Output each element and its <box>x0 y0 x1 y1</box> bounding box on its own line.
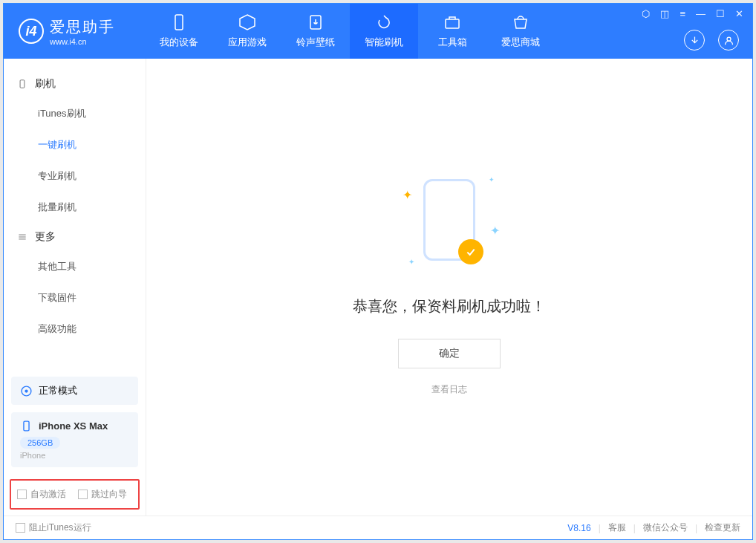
svg-point-9 <box>25 389 27 392</box>
tab-label: 工具箱 <box>438 36 467 49</box>
download-button[interactable] <box>684 30 705 51</box>
checkbox-label: 阻止iTunes运行 <box>29 521 91 534</box>
maximize-button[interactable]: ☐ <box>716 8 725 19</box>
window-controls: ⬡ ◫ ≡ — ☐ ✕ <box>642 4 752 59</box>
logo-icon: i4 <box>19 19 44 44</box>
tab-store[interactable]: 爱思商城 <box>486 4 555 59</box>
sidebar-list: 刷机 iTunes刷机 一键刷机 专业刷机 批量刷机 更多 其他工具 下载固件 … <box>4 59 146 377</box>
menu-icon[interactable]: ≡ <box>680 8 685 19</box>
app-url: www.i4.cn <box>50 37 115 46</box>
check-badge-icon <box>458 239 483 264</box>
support-link[interactable]: 客服 <box>608 521 626 534</box>
checkbox-skip-guide[interactable]: 跳过向导 <box>78 488 127 501</box>
app-name: 爱思助手 <box>50 17 115 37</box>
sidebar-bottom: 正常模式 iPhone XS Max 256GB iPhone <box>4 377 146 475</box>
wechat-link[interactable]: 微信公众号 <box>643 521 688 534</box>
svg-rect-10 <box>24 421 29 431</box>
tab-my-device[interactable]: 我的设备 <box>145 4 213 59</box>
ok-button[interactable]: 确定 <box>398 339 501 368</box>
sidebar-item-oneclick-flash[interactable]: 一键刷机 <box>4 129 146 160</box>
checkbox-icon <box>16 523 25 533</box>
sidebar-item-other-tools[interactable]: 其他工具 <box>4 251 146 282</box>
toolbox-icon <box>443 13 461 31</box>
svg-rect-0 <box>175 15 183 30</box>
tab-apps[interactable]: 应用游戏 <box>213 4 281 59</box>
titlebar: i4 爱思助手 www.i4.cn 我的设备 应用游戏 铃声壁纸 智能刷机 <box>4 4 752 59</box>
lock-icon[interactable]: ◫ <box>660 8 669 19</box>
checkbox-label: 跳过向导 <box>91 488 127 501</box>
device-type: iPhone <box>20 451 129 460</box>
sidebar-item-download-fw[interactable]: 下载固件 <box>4 282 146 313</box>
view-log-link[interactable]: 查看日志 <box>431 383 467 396</box>
store-icon <box>512 13 529 31</box>
sidebar: 刷机 iTunes刷机 一键刷机 专业刷机 批量刷机 更多 其他工具 下载固件 … <box>4 59 146 516</box>
main-content: 恭喜您，保资料刷机成功啦！ 确定 查看日志 <box>146 59 752 516</box>
logo-text: 爱思助手 www.i4.cn <box>50 17 115 46</box>
group-title: 刷机 <box>35 77 56 91</box>
account-button[interactable] <box>718 30 739 51</box>
sidebar-item-advanced[interactable]: 高级功能 <box>4 313 146 345</box>
checkbox-block-itunes[interactable]: 阻止iTunes运行 <box>16 521 91 534</box>
body: 刷机 iTunes刷机 一键刷机 专业刷机 批量刷机 更多 其他工具 下载固件 … <box>4 59 752 516</box>
group-title: 更多 <box>35 230 56 244</box>
svg-point-3 <box>727 37 731 41</box>
device-capacity: 256GB <box>20 437 60 449</box>
shirt-icon[interactable]: ⬡ <box>642 8 650 19</box>
device-icon <box>20 420 33 432</box>
sparkle-icon <box>490 224 496 230</box>
tab-label: 铃声壁纸 <box>296 36 335 49</box>
success-illustration <box>423 179 475 261</box>
apps-icon <box>238 13 256 31</box>
sparkle-icon <box>408 258 414 264</box>
sidebar-group-flash: 刷机 <box>4 70 146 98</box>
status-bar: 阻止iTunes运行 V8.16 | 客服 | 微信公众号 | 检查更新 <box>4 516 752 539</box>
tab-label: 爱思商城 <box>501 36 540 49</box>
close-button[interactable]: ✕ <box>735 8 743 19</box>
version-label: V8.16 <box>567 523 590 533</box>
sidebar-item-pro-flash[interactable]: 专业刷机 <box>4 160 146 192</box>
device-name: iPhone XS Max <box>39 420 108 432</box>
mode-card[interactable]: 正常模式 <box>11 377 138 405</box>
more-icon <box>17 232 27 242</box>
app-window: i4 爱思助手 www.i4.cn 我的设备 应用游戏 铃声壁纸 智能刷机 <box>3 3 753 540</box>
logo-area: i4 爱思助手 www.i4.cn <box>4 4 145 59</box>
update-link[interactable]: 检查更新 <box>705 521 740 534</box>
checkbox-label: 自动激活 <box>30 488 66 501</box>
sidebar-item-itunes-flash[interactable]: iTunes刷机 <box>4 98 146 129</box>
success-message: 恭喜您，保资料刷机成功啦！ <box>353 296 546 316</box>
sidebar-group-more: 更多 <box>4 223 146 251</box>
checkbox-auto-activate[interactable]: 自动激活 <box>17 488 66 501</box>
highlight-checks: 自动激活 跳过向导 <box>10 479 140 510</box>
sidebar-item-batch-flash[interactable]: 批量刷机 <box>4 192 146 223</box>
checkbox-icon <box>17 490 27 499</box>
phone-icon <box>17 79 27 89</box>
mode-label: 正常模式 <box>39 384 77 397</box>
sparkle-icon <box>489 176 495 182</box>
phone-illustration <box>423 179 475 261</box>
sparkle-icon <box>403 188 408 194</box>
device-card[interactable]: iPhone XS Max 256GB iPhone <box>11 412 138 467</box>
tab-toolbox[interactable]: 工具箱 <box>418 4 486 59</box>
minimize-button[interactable]: — <box>696 8 706 19</box>
device-icon <box>170 13 188 31</box>
flash-icon <box>375 13 393 31</box>
mode-icon <box>20 385 33 397</box>
tab-label: 我的设备 <box>160 36 198 49</box>
tab-label: 智能刷机 <box>365 36 403 49</box>
ringtone-icon <box>307 13 325 31</box>
status-right: V8.16 | 客服 | 微信公众号 | 检查更新 <box>567 521 740 534</box>
tab-label: 应用游戏 <box>228 36 267 49</box>
svg-rect-2 <box>446 19 459 28</box>
svg-rect-4 <box>20 80 25 88</box>
main-tabs: 我的设备 应用游戏 铃声壁纸 智能刷机 工具箱 爱思商城 <box>145 4 555 59</box>
tab-flash[interactable]: 智能刷机 <box>350 4 418 59</box>
checkbox-icon <box>78 490 88 499</box>
tab-ringtones[interactable]: 铃声壁纸 <box>281 4 350 59</box>
